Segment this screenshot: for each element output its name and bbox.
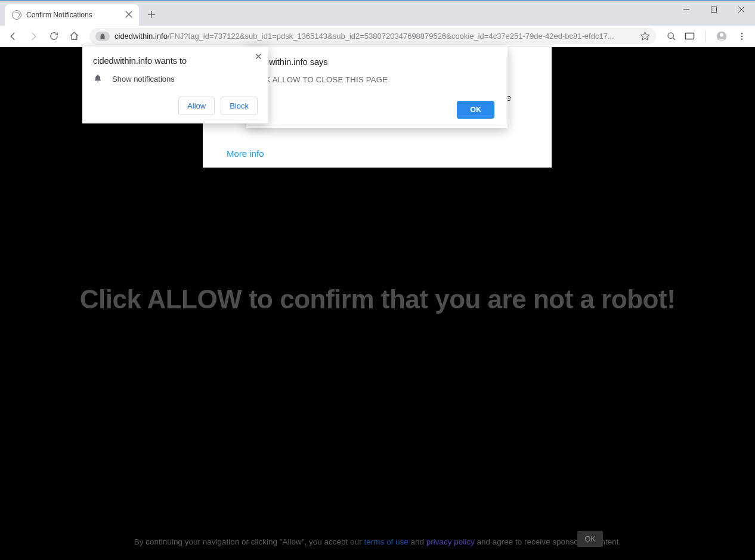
address-bar[interactable]: cidedwithin.info/FNJ?tag_id=737122&sub_i… [89, 28, 656, 45]
close-tab-icon[interactable] [125, 10, 133, 18]
page-footer: By continuing your navigation or clickin… [0, 536, 755, 548]
bookmark-star-icon[interactable] [640, 31, 650, 41]
permission-text: Show notifications [112, 75, 175, 83]
footer-ok-button[interactable]: OK [577, 531, 603, 547]
close-window-button[interactable] [728, 1, 755, 18]
browser-tab[interactable]: Confirm Notifications [5, 4, 139, 26]
close-icon[interactable]: ✕ [255, 51, 262, 62]
alert-ok-button[interactable]: OK [457, 101, 494, 119]
terms-link[interactable]: terms of use [364, 537, 408, 546]
profile-icon[interactable] [713, 28, 730, 45]
zoom-icon[interactable] [667, 32, 676, 41]
svg-rect-0 [711, 7, 717, 13]
maximize-button[interactable] [700, 1, 728, 18]
reload-button[interactable] [45, 28, 62, 45]
svg-point-6 [741, 33, 743, 35]
globe-icon [12, 10, 21, 20]
extension-icons [663, 32, 698, 41]
forward-button[interactable] [25, 28, 42, 45]
footer-and: and [409, 537, 426, 546]
cast-icon[interactable] [685, 32, 695, 40]
tab-title: Confirm Notifications [26, 11, 92, 19]
footer-text-1: By continuing your navigation or clickin… [134, 537, 364, 546]
alert-message: CK ALLOW TO CLOSE THIS PAGE [259, 75, 494, 84]
home-button[interactable] [66, 28, 82, 45]
bell-icon [93, 74, 103, 83]
javascript-alert: edwithin.info says CK ALLOW TO CLOSE THI… [246, 47, 508, 128]
svg-rect-3 [686, 33, 694, 39]
svg-point-1 [668, 33, 673, 38]
page-headline: Click ALLOW to confirm that you are not … [0, 284, 755, 314]
block-button[interactable]: Block [221, 97, 258, 115]
new-tab-button[interactable] [145, 8, 158, 21]
allow-button[interactable]: Allow [178, 97, 215, 115]
permission-title: cidedwithin.info wants to [93, 56, 258, 66]
alert-title: edwithin.info says [259, 57, 494, 67]
url-text: cidedwithin.info/FNJ?tag_id=737122&sub_i… [115, 32, 635, 41]
minimize-button[interactable] [673, 1, 700, 18]
svg-point-7 [741, 35, 743, 37]
svg-point-5 [720, 33, 723, 36]
browser-toolbar: cidedwithin.info/FNJ?tag_id=737122&sub_i… [0, 26, 755, 47]
back-button[interactable] [5, 28, 21, 45]
notification-permission-popup: ✕ cidedwithin.info wants to Show notific… [82, 47, 268, 123]
titlebar: Confirm Notifications [0, 1, 755, 26]
window-controls [673, 1, 755, 18]
more-info-link[interactable]: More info [227, 148, 264, 159]
lock-icon[interactable] [95, 32, 110, 41]
menu-icon[interactable] [734, 28, 750, 45]
svg-point-8 [741, 38, 743, 40]
toolbar-separator [706, 30, 706, 42]
privacy-link[interactable]: privacy policy [426, 537, 475, 546]
